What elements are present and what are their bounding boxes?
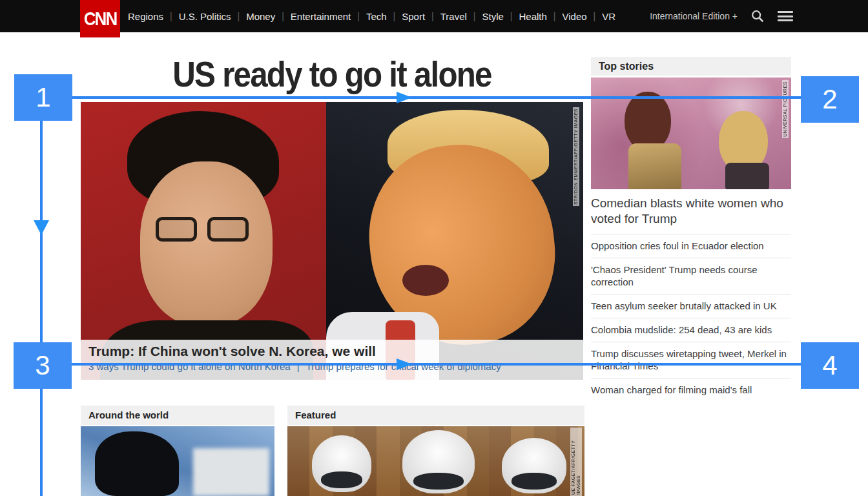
annotation-box-2: 2 bbox=[801, 76, 859, 123]
list-item[interactable]: Trump discusses wiretapping tweet, Merke… bbox=[591, 342, 791, 378]
featured-image[interactable]: UE FAGET/AFP/GETTY IMAGES bbox=[287, 426, 584, 496]
section-header-around-the-world: Around the world bbox=[81, 406, 274, 425]
nav-item-style[interactable]: Style bbox=[480, 11, 504, 22]
hero-photo-kim bbox=[81, 102, 326, 380]
top-stories-header: Top stories bbox=[591, 57, 791, 76]
featured-image-credit: UE FAGET/AFP/GETTY IMAGES bbox=[570, 428, 582, 496]
list-item[interactable]: Opposition cries foul in Ecuador electio… bbox=[591, 234, 791, 258]
nav-item-tech[interactable]: Tech bbox=[365, 11, 388, 22]
lead-image-credit: UNIVERSAL PICTURES bbox=[782, 80, 789, 138]
annotation-arrow-down-icon bbox=[34, 220, 49, 235]
section-header-featured: Featured bbox=[287, 406, 584, 425]
nav-item-entertainment[interactable]: Entertainment bbox=[289, 11, 352, 22]
annotation-line-vertical-1 bbox=[40, 121, 43, 342]
nav-separator: | bbox=[238, 11, 240, 21]
cnn-logo[interactable]: CNN bbox=[80, 0, 120, 37]
cnn-logo-text: CNN bbox=[84, 7, 116, 30]
hero-caption-link-2[interactable]: Trump prepares for critical week of dipl… bbox=[306, 361, 501, 372]
edition-selector[interactable]: International Edition + bbox=[650, 11, 738, 21]
nav-links: Regions | U.S. Politics | Money | Entert… bbox=[127, 0, 617, 32]
nav-right-cluster: International Edition + bbox=[650, 0, 793, 32]
nav-item-video[interactable]: Video bbox=[561, 11, 588, 22]
main-headline[interactable]: US ready to go it alone bbox=[111, 53, 553, 95]
nav-item-vr[interactable]: VR bbox=[601, 11, 617, 22]
section-featured: Featured UE FAGET/AFP/GETTY IMAGES bbox=[287, 406, 584, 496]
hero-image[interactable]: STR/DON EMMERT/AFP/GETTY IMAGES Trump: I… bbox=[81, 102, 583, 380]
figure-dress-shape bbox=[628, 143, 681, 189]
nav-separator: | bbox=[431, 11, 434, 21]
hero-caption-link-1[interactable]: 3 ways Trump could go it alone on North … bbox=[88, 361, 291, 372]
hero-caption-links: 3 ways Trump could go it alone on North … bbox=[88, 361, 583, 372]
top-stories-lead-headline[interactable]: Comedian blasts white women who voted fo… bbox=[591, 196, 791, 227]
nav-separator: | bbox=[357, 11, 360, 21]
nav-item-money[interactable]: Money bbox=[245, 11, 276, 22]
nav-separator: | bbox=[282, 11, 284, 21]
nav-separator: | bbox=[594, 11, 596, 21]
hero-photo-trump bbox=[326, 102, 583, 380]
nav-separator: | bbox=[170, 11, 172, 21]
silhouette-shape bbox=[95, 431, 179, 496]
hazmat-hood-shape bbox=[402, 430, 475, 493]
list-item[interactable]: Teen asylum seeker brutally attacked in … bbox=[591, 294, 791, 318]
nav-item-health[interactable]: Health bbox=[517, 11, 548, 22]
figure-hair-shape bbox=[625, 92, 671, 151]
top-stories-list: Opposition cries foul in Ecuador electio… bbox=[591, 234, 791, 402]
around-the-world-image[interactable] bbox=[81, 426, 274, 496]
trump-mouth-shape bbox=[402, 265, 449, 296]
hero-caption: Trump: If China won't solve N. Korea, we… bbox=[81, 340, 583, 380]
menu-icon[interactable] bbox=[778, 11, 793, 21]
building-shape bbox=[193, 448, 269, 496]
annotation-line-vertical-2 bbox=[40, 389, 43, 496]
top-nav-bar: Regions | U.S. Politics | Money | Entert… bbox=[0, 0, 868, 32]
hero-photo-credit: STR/DON EMMERT/AFP/GETTY IMAGES bbox=[573, 107, 579, 206]
kim-face-shape bbox=[140, 161, 273, 326]
top-stories-panel: Top stories UNIVERSAL PICTURES Comedian … bbox=[591, 57, 791, 402]
kim-glasses-left bbox=[156, 217, 197, 242]
nav-item-regions[interactable]: Regions bbox=[127, 11, 165, 22]
annotation-box-1: 1 bbox=[14, 74, 72, 121]
annotation-box-4: 4 bbox=[801, 342, 859, 389]
hero-caption-title[interactable]: Trump: If China won't solve N. Korea, we… bbox=[88, 344, 583, 359]
hazmat-hood-shape bbox=[312, 435, 371, 492]
nav-item-us-politics[interactable]: U.S. Politics bbox=[178, 11, 232, 22]
annotation-box-3: 3 bbox=[14, 342, 72, 389]
nav-separator: | bbox=[553, 11, 556, 21]
list-item[interactable]: 'Chaos President' Trump needs course cor… bbox=[591, 258, 791, 294]
search-icon[interactable] bbox=[750, 9, 765, 23]
hazmat-hood-shape bbox=[502, 438, 566, 493]
section-around-the-world: Around the world bbox=[81, 406, 274, 496]
nav-item-travel[interactable]: Travel bbox=[439, 11, 468, 22]
kim-glasses-right bbox=[207, 217, 249, 242]
hero-caption-link-separator: | bbox=[297, 361, 300, 372]
list-item[interactable]: Colombia mudslide: 254 dead, 43 are kids bbox=[591, 318, 791, 342]
top-stories-lead-image[interactable]: UNIVERSAL PICTURES bbox=[591, 78, 791, 189]
figure-dress-shape bbox=[725, 163, 769, 189]
nav-item-sport[interactable]: Sport bbox=[400, 11, 426, 22]
nav-separator: | bbox=[393, 11, 396, 21]
list-item[interactable]: Woman charged for filming maid's fall bbox=[591, 378, 791, 402]
nav-separator: | bbox=[510, 11, 513, 21]
nav-separator: | bbox=[473, 11, 476, 21]
